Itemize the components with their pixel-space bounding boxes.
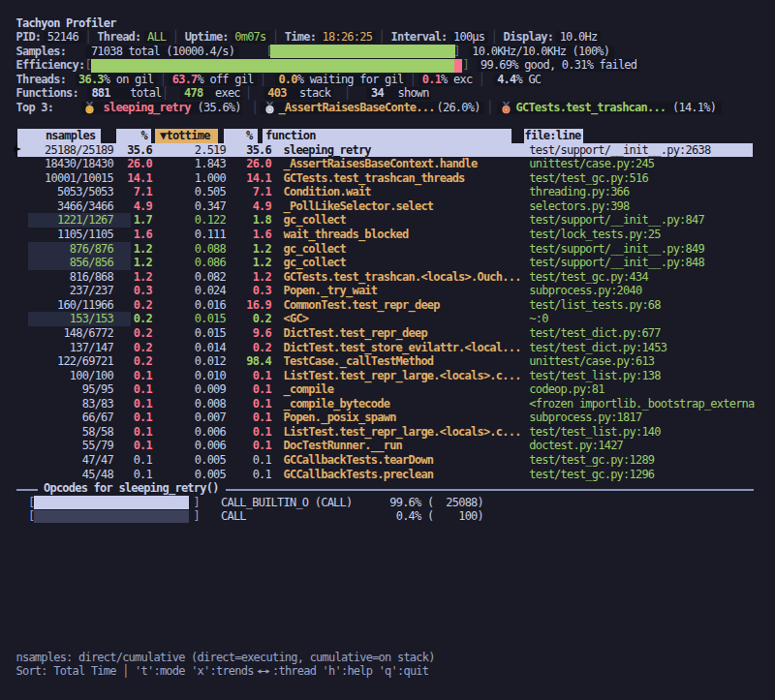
cell-cum-pct: 1.2 xyxy=(253,242,271,257)
threads-line: Threads: 36.3 % on gil │ 63.7 % off gil … xyxy=(0,73,775,87)
table-row[interactable]: 816/8681.20.0821.2GCTests.test_trashcan.… xyxy=(0,270,775,285)
cell-cum-pct: 7.1 xyxy=(253,185,271,199)
table-row[interactable]: 83/830.10.0080.1_compile_bytecode<frozen… xyxy=(0,397,775,411)
cell-tottime: 0.015 xyxy=(195,326,226,341)
efficiency-summary: 99.69% good, 0.31% failed xyxy=(480,58,636,73)
table-row[interactable]: 55/790.10.0060.1DocTestRunner.__rundocte… xyxy=(0,439,775,453)
cell-tottime: 0.012 xyxy=(195,354,226,369)
opcode-row: [ ] CALL 0.4% ( 100) xyxy=(0,509,775,524)
bronze-medal-icon xyxy=(501,102,512,114)
column-label-file-line: file:line xyxy=(525,129,581,143)
cell-cum-pct: 16.9 xyxy=(246,298,271,313)
cell-nsamples: 153/153 xyxy=(70,312,113,326)
footer-sort-label: Sort: Total Time xyxy=(16,664,116,679)
cell-nsamples: 95/95 xyxy=(82,382,113,397)
cell-file-line: subprocess.py:2040 xyxy=(529,284,641,298)
functions-separator: │ xyxy=(162,86,168,101)
samples-label: Samples: xyxy=(16,45,67,59)
cell-pct: 0.1 xyxy=(134,425,152,440)
functions-exec-unit: exec xyxy=(215,86,240,101)
thread-value: ALL xyxy=(147,30,166,45)
cell-cum-pct: 0.1 xyxy=(253,425,271,440)
cell-cum-pct: 0.1 xyxy=(253,369,271,383)
cell-cum-pct: 98.4 xyxy=(246,354,271,369)
functions-separator: │ xyxy=(245,86,251,101)
cell-tottime: 0.088 xyxy=(195,242,226,257)
samples-bar-close: ] xyxy=(453,45,459,59)
table-row[interactable]: 5053/50537.10.5057.1Condition.waitthread… xyxy=(0,185,775,199)
threads-on-gil-value: 36.3 xyxy=(78,73,104,87)
cell-pct: 1.7 xyxy=(134,213,152,228)
cell-file-line: test/test_dict.py:1453 xyxy=(529,341,666,355)
cell-file-line: test/test_dict.py:677 xyxy=(529,326,660,341)
display-value: 10.0Hz xyxy=(560,30,598,45)
table-row[interactable]: 137/1470.20.0140.2DictTest.test_store_ev… xyxy=(0,341,775,355)
table-row[interactable]: 1221/12671.70.1221.8gc_collecttest/suppo… xyxy=(0,213,775,228)
table-row[interactable]: 148/67720.20.0159.6DictTest.test_repr_de… xyxy=(0,326,775,341)
cell-pct: 0.1 xyxy=(134,382,152,397)
cell-function: _AssertRaisesBaseContext.handle xyxy=(284,157,478,171)
table-header: nsamples % ▼tottime % function file:line xyxy=(0,129,775,143)
table-row[interactable]: 153/1530.20.0150.2<GC>~:0 xyxy=(0,312,775,326)
table-row[interactable]: 66/670.10.0070.1Popen._posix_spawnsubpro… xyxy=(0,411,775,425)
cell-function: Popen._posix_spawn xyxy=(284,411,396,425)
cell-nsamples: 3466/3466 xyxy=(57,199,113,214)
cell-cum-pct: 1.8 xyxy=(253,213,271,228)
cell-file-line: subprocess.py:1817 xyxy=(529,411,641,425)
cell-nsamples: 47/47 xyxy=(82,453,113,468)
terminal-screen: Tachyon Profiler PID: 52146 │ Thread: AL… xyxy=(0,0,775,700)
status-separator: │ xyxy=(84,30,90,45)
table-row[interactable]: 25188/2518935.62.51935.6sleeping_retryte… xyxy=(0,143,775,158)
threads-off-gil-unit: % off gil xyxy=(198,73,254,87)
table-row[interactable]: 856/8561.20.0861.2gc_collecttest/support… xyxy=(0,256,775,270)
cell-cum-pct: 1.2 xyxy=(253,256,271,270)
table-row[interactable]: 95/950.10.0090.1_compilecodeop.py:81 xyxy=(0,382,775,397)
cell-pct: 0.1 xyxy=(134,468,152,482)
functions-total-value: 881 xyxy=(91,86,109,101)
threads-separator: │ xyxy=(260,73,265,87)
column-label-function: function xyxy=(265,129,316,143)
thread-arrows-icon: ↔ xyxy=(257,664,270,679)
table-row[interactable]: 876/8761.20.0881.2gc_collecttest/support… xyxy=(0,242,775,257)
opcode-name-2: CALL xyxy=(221,509,246,524)
cell-cum-pct: 0.1 xyxy=(253,439,271,453)
status-line: PID: 52146 │ Thread: ALL │ Uptime: 0m07s… xyxy=(0,30,775,45)
table-row[interactable]: 47/470.10.0050.1GCCallbackTests.tearDown… xyxy=(0,453,775,468)
cell-cum-pct: 0.2 xyxy=(253,341,271,355)
cell-file-line: test/lock_tests.py:25 xyxy=(529,228,660,242)
cell-nsamples: 160/11966 xyxy=(57,298,113,313)
table-row[interactable]: 45/480.10.0050.1GCCallbackTests.preclean… xyxy=(0,468,775,482)
table-row[interactable]: 237/2370.30.0240.3Popen._try_waitsubproc… xyxy=(0,284,775,298)
cell-function: gc_collect xyxy=(284,242,347,257)
table-row[interactable]: 58/580.10.0060.1ListTest.test_repr_large… xyxy=(0,425,775,440)
column-label-nsamples: nsamples xyxy=(46,129,96,143)
threads-separator: │ xyxy=(410,73,416,87)
column-label-tottime: ▼tottime xyxy=(160,129,210,143)
cell-cum-pct: 26.0 xyxy=(246,157,271,171)
opcodes-heading: Opcodes for sleeping_retry() xyxy=(44,481,219,496)
table-row[interactable]: 100/1000.10.0100.1ListTest.test_repr_lar… xyxy=(0,369,775,383)
cell-file-line: test/test_gc.py:516 xyxy=(529,171,648,186)
cell-function: _compile_bytecode xyxy=(284,397,390,411)
table-row[interactable]: 18430/1843026.01.84326.0_AssertRaisesBas… xyxy=(0,157,775,171)
cell-cum-pct: 0.1 xyxy=(253,453,271,468)
cell-tottime: 0.007 xyxy=(195,411,226,425)
table-row[interactable]: 3466/34664.90.3474.9_PollLikeSelector.se… xyxy=(0,199,775,214)
opcode-bar-close: ] xyxy=(194,509,200,524)
table-row[interactable]: 10001/1001514.11.00014.1GCTests.test_tra… xyxy=(0,171,775,186)
time-value: 18:26:25 xyxy=(323,30,373,45)
cell-tottime: 0.010 xyxy=(195,369,226,383)
table-row[interactable]: 1105/11051.60.1111.6wait_threads_blocked… xyxy=(0,228,775,242)
cell-function: sleeping_retry xyxy=(284,143,371,158)
cell-tottime: 1.000 xyxy=(195,171,226,186)
cell-file-line: unittest/case.py:613 xyxy=(529,354,654,369)
cell-pct: 0.2 xyxy=(134,354,152,369)
top3-name-2: _AssertRaisesBaseConte... xyxy=(278,101,434,115)
table-row[interactable]: 122/697210.20.01298.4TestCase._callTestM… xyxy=(0,354,775,369)
table-row[interactable]: 160/119660.20.01616.9CommonTest.test_rep… xyxy=(0,298,775,313)
cell-file-line: test/test_gc.py:434 xyxy=(529,270,648,285)
cell-nsamples: 18430/18430 xyxy=(45,157,113,171)
cell-nsamples: 58/58 xyxy=(82,425,113,440)
functions-shown-value: 34 xyxy=(371,86,384,101)
cell-file-line: unittest/case.py:245 xyxy=(529,157,654,171)
